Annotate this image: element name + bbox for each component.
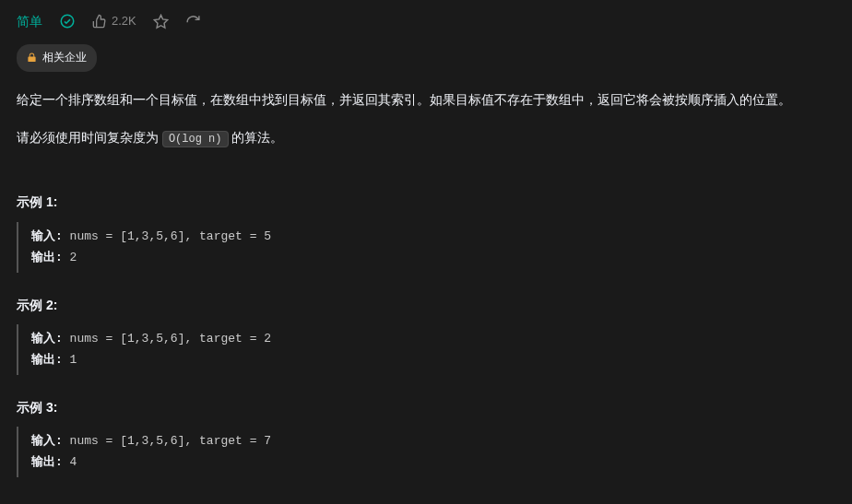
- example-title: 示例 3:: [17, 397, 835, 417]
- example-input-row: 输入: nums = [1,3,5,6], target = 5: [31, 226, 835, 247]
- like-count: 2.2K: [112, 12, 136, 31]
- example-block: 输入: nums = [1,3,5,6], target = 5 输出: 2: [17, 222, 835, 273]
- difficulty-label: 简单: [17, 11, 42, 31]
- description-line-2: 请必须使用时间复杂度为 O(log n) 的算法。: [17, 126, 835, 150]
- example-output-row: 输出: 2: [31, 247, 835, 268]
- complexity-code: O(log n): [162, 131, 229, 147]
- example-output-row: 输出: 1: [31, 349, 835, 370]
- solved-check-icon[interactable]: [59, 13, 76, 29]
- example-title: 示例 1:: [17, 192, 835, 212]
- like-button[interactable]: 2.2K: [92, 12, 136, 31]
- problem-header: 简单 2.2K: [17, 11, 835, 31]
- example-block: 输入: nums = [1,3,5,6], target = 2 输出: 1: [17, 324, 835, 375]
- favorite-button[interactable]: [153, 14, 169, 29]
- examples-section: 示例 1: 输入: nums = [1,3,5,6], target = 5 输…: [17, 192, 835, 477]
- tag-label: 相关企业: [42, 49, 87, 66]
- related-companies-tag[interactable]: 相关企业: [17, 44, 97, 71]
- example-output-row: 输出: 4: [31, 451, 835, 473]
- example-block: 输入: nums = [1,3,5,6], target = 7 输出: 4: [17, 427, 835, 477]
- svg-point-0: [61, 15, 74, 28]
- description-line-1: 给定一个排序数组和一个目标值，在数组中找到目标值，并返回其索引。如果目标值不存在…: [17, 88, 835, 111]
- example-title: 示例 2:: [17, 295, 835, 315]
- example-input-row: 输入: nums = [1,3,5,6], target = 7: [31, 430, 835, 451]
- lock-icon: [27, 53, 37, 63]
- share-button[interactable]: [185, 14, 201, 29]
- example-input-row: 输入: nums = [1,3,5,6], target = 2: [31, 328, 835, 349]
- problem-description: 给定一个排序数组和一个目标值，在数组中找到目标值，并返回其索引。如果目标值不存在…: [17, 88, 835, 150]
